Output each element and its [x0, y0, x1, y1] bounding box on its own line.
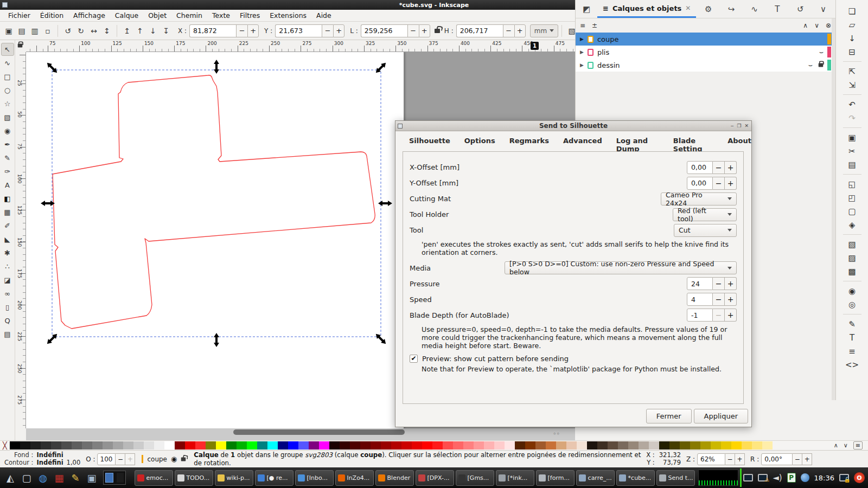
menu-affichage[interactable]: Affichage	[68, 10, 110, 21]
print-icon[interactable]: ⊟	[845, 45, 859, 59]
height-plus-button[interactable]: +	[514, 24, 526, 37]
blade-depth-plus-button[interactable]: +	[725, 309, 737, 322]
color-swatch[interactable]	[195, 441, 206, 450]
import-icon[interactable]: ⇱	[845, 65, 859, 78]
color-swatch[interactable]	[422, 441, 432, 450]
y-input[interactable]: 21,673	[275, 24, 322, 37]
x-offset-plus-button[interactable]: +	[725, 161, 737, 174]
rotate-cw-icon[interactable]: ↻	[74, 24, 87, 37]
flip-vertical-icon[interactable]: ↕	[100, 24, 113, 37]
taskbar-window-button[interactable]: wiki-p...	[215, 470, 253, 486]
width-plus-button[interactable]: +	[419, 24, 430, 37]
rotation-input[interactable]: 0,00°	[761, 453, 793, 465]
color-swatch[interactable]	[278, 441, 288, 450]
color-swatch[interactable]	[690, 441, 700, 450]
taskbar-window-button[interactable]: Blender	[375, 470, 414, 486]
color-swatch[interactable]	[350, 441, 360, 450]
text-dialog-icon[interactable]: T	[845, 331, 859, 344]
raise-layer-icon[interactable]: ▧	[845, 237, 859, 251]
color-swatch[interactable]	[123, 441, 133, 450]
palette-scroll-up[interactable]: ∧	[834, 442, 838, 449]
text-tool-icon[interactable]: A	[1, 178, 14, 191]
launcher-grid[interactable]: ▦	[51, 470, 67, 486]
palette-scroll-down[interactable]: ∨	[844, 442, 848, 449]
color-swatch[interactable]	[535, 441, 546, 450]
text-tab-icon[interactable]: T	[767, 4, 788, 14]
select-all-icon[interactable]: ▣	[2, 24, 15, 37]
color-swatch[interactable]	[577, 441, 587, 450]
fill-stroke-icon[interactable]: ✎	[845, 317, 859, 331]
node-tab-icon[interactable]: ∿	[743, 4, 765, 14]
color-swatch[interactable]	[566, 441, 577, 450]
box3d-tool-icon[interactable]: ▧	[1, 111, 14, 124]
extensions-tab-icon[interactable]: ⚙	[698, 4, 719, 14]
color-swatch[interactable]	[556, 441, 566, 450]
cutting-mat-dropdown[interactable]: Cameo Pro 24x24	[661, 192, 737, 206]
color-swatch[interactable]	[525, 441, 535, 450]
taskbar-window-button[interactable]: *cube...	[616, 470, 655, 486]
taskbar-window-button[interactable]: [DPX-...	[416, 470, 454, 486]
launcher-logo[interactable]: ◭	[2, 470, 18, 486]
tab-layers-objects[interactable]: ≡ Calques et objets ✕	[597, 0, 696, 18]
pressure-input[interactable]: 24	[687, 277, 713, 290]
spiral-tool-icon[interactable]: ◉	[1, 124, 14, 137]
expander-icon[interactable]: ▶	[580, 49, 584, 55]
color-swatch[interactable]	[10, 441, 20, 450]
layer-row-plis[interactable]: ▶plis⌣	[576, 46, 835, 59]
height-minus-button[interactable]: −	[503, 24, 514, 37]
unit-dropdown[interactable]: mm	[530, 24, 558, 37]
color-swatch[interactable]	[103, 441, 113, 450]
color-swatch[interactable]	[319, 441, 329, 450]
layer-row-coupe[interactable]: ▶coupe	[576, 33, 835, 46]
appliquer-button[interactable]: Appliquer	[694, 409, 748, 423]
palette-menu-button[interactable]: ≡	[853, 441, 863, 450]
menu-filtres[interactable]: Filtres	[235, 10, 265, 21]
current-layer-widget[interactable]: coupe ◉	[142, 455, 186, 463]
fermer-button[interactable]: Fermer	[646, 409, 692, 423]
y-plus-button[interactable]: +	[333, 24, 344, 37]
blade-depth-minus-button[interactable]: −	[713, 309, 725, 322]
select-all-layers-icon[interactable]: ▤	[15, 24, 28, 37]
spray-tool-icon[interactable]: ∴	[1, 260, 14, 273]
tool-holder-dropdown[interactable]: Red (left tool)	[673, 208, 737, 221]
node-tool-icon[interactable]: ∿	[1, 56, 14, 69]
width-input[interactable]: 259,256	[361, 24, 407, 37]
preview-checkbox-label[interactable]: Preview: show cut pattern before sending	[422, 355, 569, 363]
redo-icon[interactable]: ↷	[845, 111, 859, 125]
x-offset-input[interactable]: 0,00	[687, 161, 713, 174]
color-swatch[interactable]	[401, 441, 412, 450]
color-swatch[interactable]	[391, 441, 401, 450]
dropper-tool-icon[interactable]: ✐	[1, 219, 14, 232]
measure-tool-icon[interactable]: ▯	[1, 300, 14, 313]
menu-edition[interactable]: Édition	[35, 10, 68, 21]
menu-objet[interactable]: Objet	[143, 10, 171, 21]
lower-to-bottom-icon[interactable]: ↧	[159, 24, 173, 37]
menu-fichier[interactable]: Fichier	[3, 10, 35, 21]
launcher-browser[interactable]: ◍	[35, 470, 51, 486]
system-monitor[interactable]	[698, 470, 738, 486]
paint-bucket-tool-icon[interactable]: ◣	[1, 233, 14, 246]
pressure-minus-button[interactable]: −	[713, 277, 725, 290]
layer-visibility-icon[interactable]: ◉	[171, 455, 177, 463]
layer-blend-icon[interactable]: ≡	[580, 22, 585, 29]
color-swatch[interactable]	[453, 441, 463, 450]
taskbar-window-button[interactable]: [Inbo...	[295, 470, 334, 486]
rectangle-tool-icon[interactable]: □	[1, 70, 14, 83]
color-swatch[interactable]	[494, 441, 505, 450]
color-swatch[interactable]	[340, 441, 350, 450]
zoom-plus-button[interactable]: +	[735, 453, 745, 465]
document-page[interactable]	[26, 52, 404, 428]
calligraphy-tool-icon[interactable]: ✑	[1, 165, 14, 178]
taskbar-window-button[interactable]: [*ink...	[496, 470, 534, 486]
pressure-plus-button[interactable]: +	[725, 277, 737, 290]
display-tray-icon[interactable]	[743, 474, 753, 481]
network-tray-icon[interactable]	[801, 473, 809, 482]
speed-plus-button[interactable]: +	[725, 293, 737, 306]
notification-tray-icon[interactable]: ⚠	[758, 474, 768, 481]
color-swatch[interactable]	[680, 441, 690, 450]
speed-input[interactable]: 4	[687, 293, 713, 306]
taskbar-window-button[interactable]: lnZo4...	[335, 470, 374, 486]
zoom-center-icon[interactable]: ◈	[845, 218, 859, 232]
opacity-input[interactable]: 100	[97, 453, 116, 465]
launcher-notes[interactable]: ✎	[67, 470, 84, 486]
